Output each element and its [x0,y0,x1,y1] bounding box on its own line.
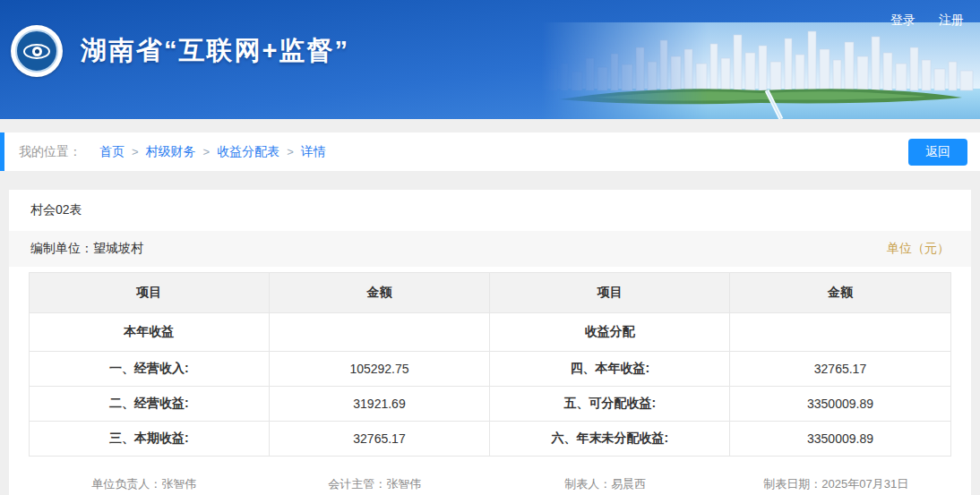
amount-cell: 105292.75 [269,352,490,387]
breadcrumb-separator: > [287,145,294,158]
amount-cell [730,313,951,352]
section-label: 本年收益 [30,313,270,352]
breadcrumb: 我的位置： 首页 > 村级财务 > 收益分配表 > 详情 返回 [0,132,980,171]
breadcrumb-link-village-finance[interactable]: 村级财务 [146,144,196,160]
register-link[interactable]: 注册 [939,13,964,27]
breadcrumb-separator: > [132,145,139,158]
city-skyline-image [541,22,980,119]
section-label: 收益分配 [490,313,730,352]
prepared-by: 编制单位：望城坡村 [30,241,143,257]
item-label: 四、本年收益: [490,352,730,387]
breadcrumb-separator: > [203,145,211,158]
item-label: 三、本期收益: [30,422,270,457]
income-distribution-table: 项目 金额 项目 金额 本年收益 收益分配 一、经营收入: 105292.75 … [29,272,951,457]
amount-cell: 3350009.89 [730,422,951,457]
amount-cell: 32765.17 [730,352,951,387]
col-header-item: 项目 [490,273,730,313]
accounting-supervisor: 会计主管：张智伟 [260,476,491,492]
currency-unit-note: 单位（元） [887,241,950,257]
report-table-code: 村会02表 [9,190,971,231]
table-date: 制表日期：2025年07月31日 [721,476,952,492]
breadcrumb-link-distribution-table[interactable]: 收益分配表 [217,144,279,160]
item-label: 六、年末未分配收益: [490,422,730,457]
report-meta-row: 编制单位：望城坡村 单位（元） [9,231,971,267]
breadcrumb-link-detail[interactable]: 详情 [301,144,326,160]
table-maker: 制表人：易晨西 [490,476,721,492]
auth-links: 登录 注册 [871,13,964,29]
amount-cell: 31921.69 [269,387,490,422]
logo-badge [15,30,58,73]
table-row: 一、经营收入: 105292.75 四、本年收益: 32765.17 [30,352,951,387]
item-label: 一、经营收入: [30,352,270,387]
brand: 湖南省“互联网+监督” [11,25,349,77]
signature-row: 单位负责人：张智伟 会计主管：张智伟 制表人：易晨西 制表日期：2025年07月… [29,457,951,495]
breadcrumb-label: 我的位置： [19,144,82,160]
item-label: 五、可分配收益: [490,387,730,422]
report-panel: 村会02表 编制单位：望城坡村 单位（元） 项目 金额 项目 金额 本年收益 收… [9,190,971,495]
unit-responsible-person: 单位负责人：张智伟 [29,476,260,492]
site-logo [11,25,63,77]
back-button[interactable]: 返回 [908,139,967,166]
site-header: 登录 注册 湖南省“互联网+监督” [0,0,980,119]
table-header-row: 项目 金额 项目 金额 [30,273,951,313]
item-label: 二、经营收益: [30,387,270,422]
site-title: 湖南省“互联网+监督” [81,33,349,69]
amount-cell: 3350009.89 [730,387,951,422]
breadcrumb-link-home[interactable]: 首页 [99,144,125,160]
table-row: 三、本期收益: 32765.17 六、年末未分配收益: 3350009.89 [30,422,951,457]
table-row: 二、经营收益: 31921.69 五、可分配收益: 3350009.89 [30,387,951,422]
col-header-amount: 金额 [730,273,951,313]
eye-icon [23,44,50,59]
amount-cell: 32765.17 [269,422,490,457]
table-row: 本年收益 收益分配 [30,313,951,352]
col-header-item: 项目 [30,273,270,313]
login-link[interactable]: 登录 [890,13,916,27]
amount-cell [269,313,490,352]
col-header-amount: 金额 [269,273,490,313]
